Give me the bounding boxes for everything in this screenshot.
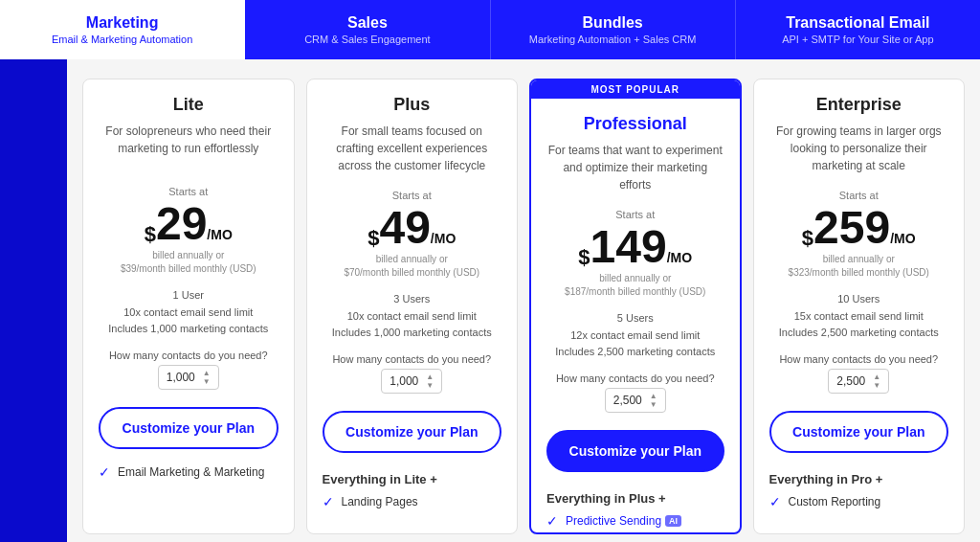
contacts-selector[interactable]: 2,500 ▲▼ xyxy=(605,388,666,413)
nav-sub-marketing: Email & Marketing Automation xyxy=(52,34,192,45)
contacts-label: How many contacts do you need? xyxy=(323,353,502,365)
price-dollar: $ xyxy=(145,222,156,247)
nav-item-transactional[interactable]: Transactional Email API + SMTP for Your … xyxy=(736,0,980,59)
starts-at-label: Starts at xyxy=(546,209,724,220)
cta-button[interactable]: Customize your Plan xyxy=(99,407,278,449)
feature-item: ✓ Landing Pages xyxy=(307,490,518,513)
price-dollar: $ xyxy=(578,245,590,270)
contacts-label: How many contacts do you need? xyxy=(769,353,949,365)
left-sidebar xyxy=(0,59,67,542)
contacts-spinner[interactable]: ▲▼ xyxy=(873,373,880,390)
price-per-mo: /MO xyxy=(207,228,232,247)
cta-button[interactable]: Customize your Plan xyxy=(769,411,949,453)
everything-in-label: Everything in Pro + xyxy=(754,464,965,490)
everything-in-label: Everything in Plus + xyxy=(531,484,740,509)
price-per-mo: /MO xyxy=(667,251,692,270)
price-row: $ 49 /MO xyxy=(323,205,502,251)
plan-features-short: 3 Users 10x contact email send limit Inc… xyxy=(307,283,518,346)
feature-text-span: Custom Reporting xyxy=(789,495,881,508)
nav-sub-transactional: API + SMTP for Your Site or App xyxy=(782,34,933,45)
check-icon: ✓ xyxy=(323,494,334,509)
price-per-mo: /MO xyxy=(431,232,456,251)
starts-at-label: Starts at xyxy=(99,186,278,197)
contacts-selector[interactable]: 1,000 ▲▼ xyxy=(158,365,219,390)
feature-item: ✓ Custom Reporting xyxy=(754,490,965,513)
contacts-section: How many contacts do you need? 2,500 ▲▼ xyxy=(754,346,965,401)
plan-header: Plus xyxy=(307,79,518,123)
most-popular-badge: MOST POPULAR xyxy=(531,80,740,99)
price-amount: 149 xyxy=(590,224,667,270)
price-dollar: $ xyxy=(368,226,379,251)
contacts-value: 1,000 xyxy=(167,371,195,384)
plan-name: Plus xyxy=(323,95,502,115)
check-icon: ✓ xyxy=(769,494,781,509)
plan-header: Lite xyxy=(83,79,294,123)
feature-text-span: Email Marketing & Marketing xyxy=(118,465,264,479)
plan-features-short: 1 User 10x contact email send limit Incl… xyxy=(83,280,294,342)
cta-section: Customize your Plan xyxy=(83,397,294,461)
billed-note: billed annually or$70/month billed month… xyxy=(323,253,502,280)
contacts-section: How many contacts do you need? 1,000 ▲▼ xyxy=(83,342,294,397)
contacts-spinner[interactable]: ▲▼ xyxy=(203,369,211,386)
everything-in-label: Everything in Lite + xyxy=(307,464,518,490)
contacts-section: How many contacts do you need? 2,500 ▲▼ xyxy=(531,365,740,420)
feature-link[interactable]: Predictive Sending xyxy=(566,514,661,528)
nav-sub-bundles: Marketing Automation + Sales CRM xyxy=(529,34,697,45)
nav-title-transactional: Transactional Email xyxy=(786,14,929,32)
starts-at-label: Starts at xyxy=(769,190,949,201)
price-section: Starts at $ 49 /MO billed annually or$70… xyxy=(307,184,518,283)
plan-card-plus: Plus For small teams focused on crafting… xyxy=(306,79,519,534)
billed-note: billed annually or$39/month billed month… xyxy=(99,249,278,276)
nav-title-marketing: Marketing xyxy=(86,14,159,32)
plan-card-professional: MOST POPULAR Professional For teams that… xyxy=(529,79,742,534)
billed-note: billed annually or$187/month billed mont… xyxy=(546,272,724,299)
price-section: Starts at $ 149 /MO billed annually or$1… xyxy=(531,203,740,303)
cta-section: Customize your Plan xyxy=(531,420,740,484)
price-row: $ 149 /MO xyxy=(546,224,724,270)
contacts-value: 1,000 xyxy=(390,374,418,388)
price-amount: 49 xyxy=(379,205,430,251)
contacts-value: 2,500 xyxy=(836,374,865,388)
plan-header: Professional xyxy=(531,99,740,142)
feature-item: ✓ Predictive Sending AI xyxy=(531,509,740,532)
contacts-selector[interactable]: 2,500 ▲▼ xyxy=(828,369,889,394)
plan-card-lite: Lite For solopreneurs who need their mar… xyxy=(82,79,295,534)
contacts-selector[interactable]: 1,000 ▲▼ xyxy=(381,369,442,394)
nav-sub-sales: CRM & Sales Engagement xyxy=(304,34,430,45)
nav-item-marketing[interactable]: Marketing Email & Marketing Automation xyxy=(0,0,245,59)
cta-button[interactable]: Customize your Plan xyxy=(546,430,724,472)
plan-features-short: 10 Users 15x contact email send limit In… xyxy=(754,283,965,346)
contacts-spinner[interactable]: ▲▼ xyxy=(650,392,657,409)
top-nav: Marketing Email & Marketing Automation S… xyxy=(0,0,980,59)
starts-at-label: Starts at xyxy=(323,190,502,201)
plan-name: Professional xyxy=(546,114,724,134)
price-amount: 259 xyxy=(813,205,890,251)
cta-section: Customize your Plan xyxy=(307,401,518,464)
price-dollar: $ xyxy=(802,226,813,251)
feature-text: Email Marketing & Marketing xyxy=(118,465,264,479)
plan-card-enterprise: Enterprise For growing teams in larger o… xyxy=(753,79,966,534)
feature-text: Landing Pages xyxy=(342,495,418,508)
feature-item: ✓ Email Marketing & Marketing xyxy=(83,461,294,484)
contacts-value: 2,500 xyxy=(613,394,642,407)
price-amount: 29 xyxy=(156,201,207,247)
nav-item-sales[interactable]: Sales CRM & Sales Engagement xyxy=(245,0,490,59)
plan-name: Lite xyxy=(99,95,278,115)
contacts-label: How many contacts do you need? xyxy=(546,373,724,384)
nav-item-bundles[interactable]: Bundles Marketing Automation + Sales CRM xyxy=(491,0,736,59)
contacts-spinner[interactable]: ▲▼ xyxy=(426,373,434,390)
plan-description: For small teams focused on crafting exce… xyxy=(307,123,518,184)
price-row: $ 29 /MO xyxy=(99,201,278,247)
feature-text: Custom Reporting xyxy=(789,495,881,508)
billed-note: billed annually or$323/month billed mont… xyxy=(769,253,949,280)
price-per-mo: /MO xyxy=(890,232,915,251)
contacts-section: How many contacts do you need? 1,000 ▲▼ xyxy=(307,346,518,401)
plan-features-short: 5 Users 12x contact email send limit Inc… xyxy=(531,303,740,365)
contacts-label: How many contacts do you need? xyxy=(99,350,278,361)
plan-header: Enterprise xyxy=(754,79,965,123)
price-section: Starts at $ 259 /MO billed annually or$3… xyxy=(754,184,965,283)
cta-button[interactable]: Customize your Plan xyxy=(323,411,502,453)
plan-description: For solopreneurs who need their marketin… xyxy=(83,123,294,180)
cta-section: Customize your Plan xyxy=(754,401,965,464)
feature-text-span: Landing Pages xyxy=(342,495,418,508)
